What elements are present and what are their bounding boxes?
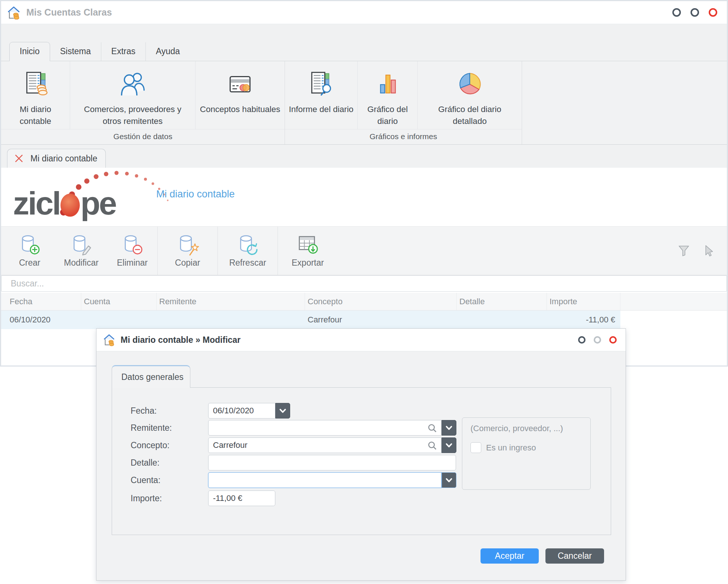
cell-cuenta	[81, 311, 157, 329]
column-header-remitente[interactable]: Remitente	[157, 293, 305, 310]
cancelar-button[interactable]: Cancelar	[545, 548, 604, 564]
logo-o-dot	[60, 194, 80, 217]
column-header-concepto[interactable]: Concepto	[305, 293, 457, 310]
remitente-label: Remitente:	[131, 423, 172, 433]
remitente-input[interactable]	[208, 420, 442, 436]
column-header-detalle[interactable]: Detalle	[457, 293, 547, 310]
dialog-minimize-button[interactable]	[578, 336, 586, 344]
chevron-down-icon	[445, 424, 453, 432]
document-tab-strip: Mi diario contable	[1, 145, 727, 168]
app-logo-house-coins-icon	[102, 333, 116, 347]
ribbon-button-grafico-detallado[interactable]: Gráfico del diario detallado	[418, 61, 522, 129]
crud-toolbar: Crear Modificar Eliminar Copiar Refresca…	[1, 226, 727, 275]
tab-datos-generales[interactable]: Datos generales	[112, 365, 190, 388]
minimize-button[interactable]	[672, 8, 681, 17]
tab-inicio[interactable]: Inicio	[9, 42, 50, 61]
report-magnifier-icon	[308, 69, 335, 100]
page-title: Mi diario contable	[156, 188, 235, 200]
cuenta-label: Cuenta:	[131, 475, 161, 485]
tab-sistema[interactable]: Sistema	[50, 42, 101, 61]
document-tab-mi-diario-contable[interactable]: Mi diario contable	[7, 149, 106, 168]
column-header-importe[interactable]: Importe	[547, 293, 620, 310]
ribbon-group-graficos: Informe del diario Gráfico del diario Gr…	[285, 61, 522, 144]
cell-importe: -11,00 €	[547, 311, 620, 329]
concepto-row: Concepto:	[96, 437, 345, 453]
ribbon-button-grafico-del-diario[interactable]: Gráfico del diario	[358, 61, 418, 129]
db-add-icon	[18, 234, 41, 257]
cell-remitente	[157, 311, 305, 329]
table-row[interactable]: 06/10/2020 Carrefour -11,00 €	[1, 311, 727, 329]
ribbon-button-conceptos-habituales[interactable]: Conceptos habituales	[196, 61, 285, 129]
importe-label: Importe:	[131, 493, 162, 503]
chevron-down-icon	[445, 476, 453, 484]
pointer-cursor-icon[interactable]	[703, 245, 716, 257]
modificar-dialog: Mi diario contable » Modificar Datos gen…	[96, 328, 626, 581]
es-un-ingreso-label: Es un ingreso	[486, 443, 536, 453]
es-un-ingreso-checkbox[interactable]	[470, 442, 481, 453]
db-refresh-icon	[236, 234, 259, 257]
tab-extras[interactable]: Extras	[101, 42, 145, 61]
copiar-button[interactable]: Copiar	[158, 227, 217, 275]
concepto-input[interactable]	[208, 437, 442, 453]
eliminar-button[interactable]: Eliminar	[107, 227, 157, 275]
crear-button[interactable]: Crear	[4, 227, 55, 275]
maximize-button[interactable]	[691, 8, 699, 17]
db-wand-icon	[176, 234, 199, 257]
cell-fecha: 06/10/2020	[7, 311, 81, 329]
es-un-ingreso-row: Es un ingreso	[470, 442, 536, 453]
window-title: Mis Cuentas Claras	[26, 7, 112, 18]
fecha-input[interactable]	[208, 403, 275, 419]
aceptar-button[interactable]: Aceptar	[481, 548, 539, 564]
main-window: Mis Cuentas Claras Inicio Sistema Extras…	[0, 0, 728, 367]
dialog-maximize-button[interactable]	[594, 336, 601, 344]
ziclope-logo: ziclpe	[13, 168, 116, 200]
dialog-window-controls	[578, 336, 617, 344]
credit-card-icon	[226, 69, 254, 100]
refrescar-button[interactable]: Refrescar	[218, 227, 278, 275]
search-row	[1, 275, 727, 293]
ribbon-button-informe-del-diario[interactable]: Informe del diario	[285, 61, 358, 129]
ribbon-tab-strip: Inicio Sistema Extras Ayuda	[1, 24, 727, 61]
chevron-down-icon	[279, 407, 287, 415]
logo-section: ziclpe Mi diario contable	[1, 168, 727, 226]
remitente-dropdown-button[interactable]	[442, 420, 456, 436]
dialog-close-button[interactable]	[609, 336, 617, 344]
tab-close-icon[interactable]	[14, 153, 24, 164]
search-magnifier-icon	[427, 423, 437, 433]
close-button[interactable]	[709, 8, 717, 17]
toolbar-right-tools	[677, 227, 727, 275]
fecha-label: Fecha:	[131, 406, 157, 416]
ribbon-group-label: Gestión de datos	[1, 129, 285, 144]
fecha-dropdown-button[interactable]	[275, 403, 290, 419]
remitente-row: Remitente:	[96, 420, 345, 436]
detalle-label: Detalle:	[131, 458, 160, 468]
cell-detalle	[457, 311, 547, 329]
ribbon-content: Mi diario contable Comercios, proveedore…	[1, 61, 727, 145]
modificar-button[interactable]: Modificar	[55, 227, 107, 275]
tab-ayuda[interactable]: Ayuda	[145, 42, 190, 61]
exportar-button[interactable]: Exportar	[278, 227, 338, 275]
app-logo-house-coins-icon	[6, 5, 21, 20]
concepto-dropdown-button[interactable]	[442, 437, 456, 453]
importe-input[interactable]	[208, 491, 275, 506]
search-input[interactable]	[1, 275, 727, 292]
journal-coins-icon	[22, 69, 49, 100]
dialog-titlebar: Mi diario contable » Modificar	[96, 329, 626, 351]
logo-text: ziclpe	[13, 187, 116, 220]
dialog-body: Datos generales Fecha: Remitente: Concep…	[96, 351, 626, 580]
ribbon-button-comercios-proveedores[interactable]: Comercios, proveedores y otros remitente…	[70, 61, 196, 129]
cuenta-input[interactable]	[208, 472, 442, 488]
pie-chart-icon	[455, 69, 484, 100]
detalle-input[interactable]	[208, 455, 456, 470]
column-header-cuenta[interactable]: Cuenta	[81, 293, 157, 310]
search-magnifier-icon	[427, 441, 437, 450]
side-panel-hint: (Comercio, proveedor, ...)	[470, 424, 563, 433]
ribbon-group-label: Gráficos e informes	[285, 129, 522, 144]
document-tab-label: Mi diario contable	[30, 154, 97, 164]
filter-funnel-icon[interactable]	[677, 244, 691, 257]
column-header-filler	[620, 293, 727, 310]
cuenta-dropdown-button[interactable]	[442, 472, 456, 488]
column-header-fecha[interactable]: Fecha	[7, 293, 81, 310]
ribbon-button-mi-diario-contable[interactable]: Mi diario contable	[1, 61, 70, 129]
concepto-label: Concepto:	[131, 440, 170, 450]
